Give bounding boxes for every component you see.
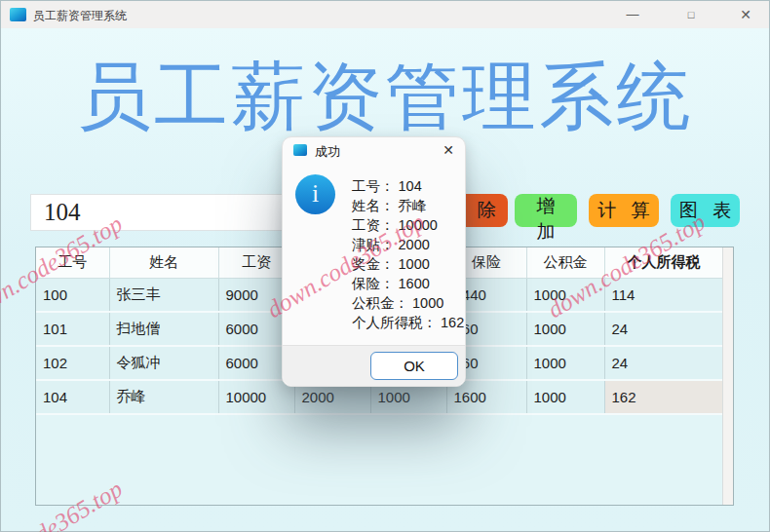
info-icon: i (295, 174, 335, 214)
dialog-titlebar: 成功 ✕ (283, 137, 465, 163)
table-cell[interactable]: 24 (604, 312, 723, 346)
dialog-line: 公积金： 1000 (352, 293, 464, 313)
minimize-icon[interactable]: — (611, 1, 654, 28)
add-button[interactable]: 增 加 (515, 194, 577, 227)
dialog-line: 工资： 10000 (352, 215, 464, 235)
app-window: 员工薪资管理系统 — □ ✕ 员工薪资管理系统 删 除 增 加 计 算 图 表 … (0, 0, 770, 532)
column-header[interactable]: 个人所得税 (604, 247, 723, 278)
table-cell[interactable]: 101 (36, 312, 109, 346)
dialog-app-icon (293, 144, 307, 156)
table-cell[interactable]: 24 (604, 346, 723, 380)
dialog-line: 工号： 104 (352, 176, 464, 196)
column-header[interactable]: 公积金 (526, 247, 604, 278)
dialog-footer: OK (283, 345, 465, 386)
table-cell[interactable]: 1000 (526, 346, 604, 380)
table-cell[interactable]: 114 (604, 278, 723, 312)
calculate-button[interactable]: 计 算 (589, 194, 659, 227)
selected-table-cell[interactable]: 162 (604, 380, 723, 414)
close-icon[interactable]: ✕ (724, 1, 767, 28)
dialog-line: 保险： 1600 (352, 274, 464, 293)
maximize-icon[interactable]: □ (670, 1, 712, 28)
dialog-line: 姓名： 乔峰 (352, 196, 464, 215)
dialog-message: 工号： 104 姓名： 乔峰 工资： 10000 津贴： 2000 奖金： 10… (352, 176, 464, 332)
success-dialog: 成功 ✕ i 工号： 104 姓名： 乔峰 工资： 10000 津贴： 2000… (282, 136, 466, 387)
dialog-close-icon[interactable]: ✕ (443, 142, 454, 158)
table-scrollbar[interactable] (722, 247, 733, 505)
page-title: 员工薪资管理系统 (1, 48, 769, 148)
table-cell[interactable]: 1000 (526, 278, 604, 312)
main-content: 员工薪资管理系统 删 除 增 加 计 算 图 表 工号 姓名 工资 津贴 奖金 (1, 28, 769, 531)
table-cell[interactable]: 令狐冲 (109, 346, 218, 380)
table-cell[interactable]: 100 (36, 278, 109, 312)
table-cell[interactable]: 102 (36, 346, 109, 380)
chart-button[interactable]: 图 表 (671, 194, 740, 227)
dialog-title: 成功 (315, 143, 340, 161)
table-cell[interactable]: 10000 (218, 380, 294, 414)
app-icon (10, 8, 26, 21)
dialog-line: 个人所得税： 162 (352, 313, 464, 332)
table-cell[interactable]: 张三丰 (109, 278, 218, 312)
table-cell[interactable]: 1000 (526, 380, 604, 414)
dialog-line: 奖金： 1000 (352, 254, 464, 274)
window-title: 员工薪资管理系统 (33, 8, 127, 24)
column-header[interactable]: 工号 (36, 247, 109, 278)
table-cell[interactable]: 乔峰 (109, 380, 218, 414)
table-cell[interactable]: 104 (36, 380, 109, 414)
table-cell[interactable]: 1000 (526, 312, 604, 346)
ok-button[interactable]: OK (370, 352, 458, 380)
dialog-line: 津贴： 2000 (352, 235, 464, 254)
column-header[interactable]: 姓名 (109, 247, 218, 278)
window-titlebar: 员工薪资管理系统 — □ ✕ (1, 1, 769, 28)
table-cell[interactable]: 扫地僧 (109, 312, 218, 346)
